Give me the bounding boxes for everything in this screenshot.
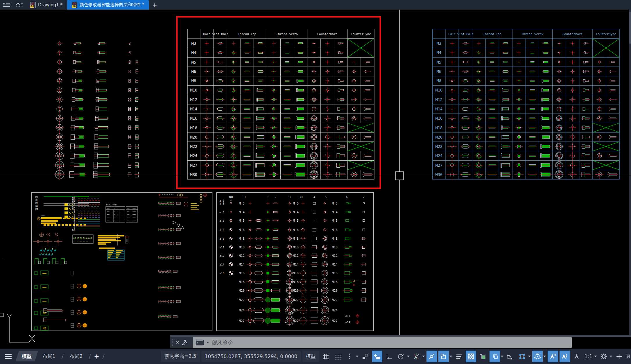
tab-layout2[interactable]: 布局2 [65,351,87,361]
svg-text:ø 4: ø 4 [220,211,224,214]
svg-text:3: 3 [289,195,291,199]
svg-text:M14: M14 [190,107,197,111]
svg-text:M24: M24 [435,153,442,158]
annotation-visibility-button[interactable] [548,351,558,362]
svg-text:M14: M14 [332,263,338,266]
snap-overrides-button[interactable] [438,351,452,362]
command-input[interactable]: 键入命令 [193,337,572,348]
svg-text:30: 30 [299,195,302,199]
svg-text:RD: RD [35,199,38,202]
command-line[interactable]: ✕ 键入命令 [170,337,572,348]
svg-text:M8: M8 [191,78,196,83]
ortho-mode-button[interactable] [384,351,394,362]
svg-text:M 8: M 8 [332,237,338,241]
caret-down-icon [610,356,612,357]
tab-model[interactable]: 模型 [15,351,38,361]
svg-text:M12: M12 [239,254,245,258]
svg-text:M10: M10 [332,245,338,249]
svg-text:M20: M20 [190,135,197,139]
close-icon[interactable]: ✕ [175,340,179,345]
fastener-table-selected: HoleSlot HoleThread TapThread ScrewCount… [187,29,374,180]
svg-text:M 4: M 4 [239,210,245,214]
caret-down-icon [356,356,358,357]
app-menu-icon[interactable] [0,0,13,10]
svg-text:M16: M16 [239,271,245,275]
crosshair-cursor[interactable] [0,10,631,335]
recent-commands-caret-icon[interactable] [206,342,209,343]
svg-text:Counterbore: Counterbore [317,32,338,36]
command-line-handle[interactable]: ✕ [170,337,193,348]
status-bar: 模型 布局1 / 布局2 / + / 燕秀字高=2.5 1054750.0287… [0,349,631,364]
object-snap-tracking-button[interactable] [411,351,425,362]
new-layout-button[interactable]: + [92,353,101,360]
ucs-button[interactable] [505,351,515,362]
fastener-table-blue: HoleSlot HoleThread TapThread ScrewCount… [433,29,619,180]
command-prompt-icon[interactable] [196,340,204,345]
svg-text:ESA 2560: ESA 2560 [106,203,117,206]
svg-text:M5: M5 [437,60,441,64]
svg-text:1: 1 [267,195,269,199]
svg-text:4: 4 [313,195,316,199]
svg-text:M14: M14 [293,263,299,266]
tab-color-modifier[interactable]: 18 颜色修改器智能选择图层和特性 * [67,0,149,10]
svg-text:ø13: ø13 [345,315,350,318]
svg-text:M20: M20 [239,289,245,293]
customization-button[interactable] [598,351,612,362]
favorites-star-icon[interactable] [13,0,26,10]
svg-text:M16: M16 [293,271,299,275]
separator: / [89,353,91,360]
loose-fastener-symbols [54,41,139,180]
svg-text:6: 6 [346,195,348,199]
annotation-monitor-button[interactable] [571,351,582,362]
lineweight-button[interactable] [454,351,464,362]
svg-text:MT: MT [35,196,38,198]
command-placeholder: 键入命令 [211,339,232,346]
add-status-item-button[interactable] [614,351,624,362]
document-tab-bar: 18 Drawing1 * 18 颜色修改器智能选择图层和特性 * + [0,0,631,10]
object-snap-button[interactable] [426,351,437,362]
transparency-button[interactable] [466,351,476,362]
caret-down-icon [501,356,503,357]
svg-text:00: 00 [229,195,233,199]
svg-text:M 3: M 3 [239,202,245,205]
drag-grip-icon[interactable] [172,339,173,346]
dynamic-input-button[interactable] [372,351,382,362]
svg-text:M 5: M 5 [239,219,245,223]
layout-menu-icon[interactable] [5,354,12,359]
customize-wrench-icon[interactable] [182,340,188,345]
snap-mode-button[interactable] [333,351,343,362]
new-tab-button[interactable]: + [149,0,160,10]
coordinates-readout[interactable]: 1054750.0287, 355529.5294, 0.0000 [201,351,301,362]
svg-text:M6: M6 [191,69,196,74]
status-options-button[interactable] [345,351,358,362]
svg-text:M3: M3 [191,41,196,46]
svg-text:ø19: ø19 [345,321,350,324]
drawing-canvas[interactable]: HoleSlot HoleThread TapThread ScrewCount… [0,0,631,364]
auto-annotation-scale-button[interactable] [560,351,570,362]
model-space-toggle[interactable]: 模型 [302,351,319,362]
svg-text:Slot Hole: Slot Hole [212,32,229,36]
workspace-gizmo-button[interactable] [532,351,546,362]
tab-layout1[interactable]: 布局1 [38,351,60,361]
infer-constraints-button[interactable] [360,351,370,362]
separator: / [103,353,105,360]
svg-text:M5: M5 [43,327,46,330]
svg-text:MR: MR [35,202,39,205]
dwg-file-icon: 18 [30,2,36,8]
svg-text:ø 8: ø 8 [220,237,224,240]
3d-object-snap-button[interactable] [490,351,503,362]
tab-drawing1[interactable]: 18 Drawing1 * [26,0,67,10]
clean-screen-button[interactable] [626,351,630,362]
svg-text:M 8: M 8 [239,237,245,241]
annotation-scale-button[interactable]: 1:1 [583,354,597,359]
selection-cycling-button[interactable] [478,351,488,362]
svg-text:Thread Tap: Thread Tap [238,32,256,36]
svg-text:Slot Hole: Slot Hole [457,32,474,36]
polar-tracking-button[interactable] [396,351,410,362]
text-height-button[interactable]: 燕秀字高=2.5 [161,351,200,362]
grid-display-button[interactable] [321,351,331,362]
annotation-scale-sync-button[interactable] [517,351,531,362]
svg-text:2: 2 [275,195,277,199]
svg-text:CounterSync: CounterSync [596,32,616,36]
svg-text:M22: M22 [293,298,299,302]
